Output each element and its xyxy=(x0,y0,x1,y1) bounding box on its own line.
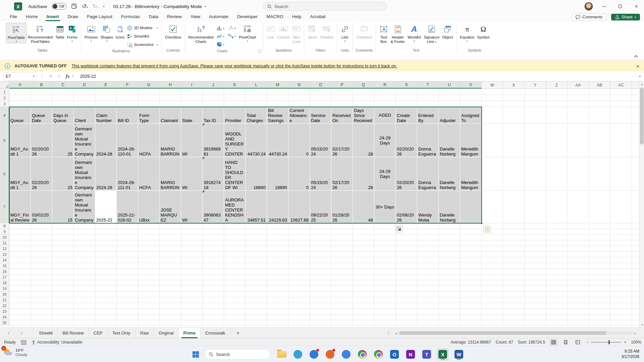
cell-D15[interactable] xyxy=(74,263,95,269)
cell-C17[interactable] xyxy=(52,275,74,280)
cell-AC5[interactable] xyxy=(610,124,632,157)
cell-P16[interactable] xyxy=(331,269,353,275)
cell-E7[interactable]: 2025-22 xyxy=(95,191,117,223)
zoom-slider[interactable] xyxy=(591,342,621,343)
cell-U4[interactable]: Adjuster xyxy=(439,107,460,124)
cell-A8[interactable] xyxy=(9,223,31,229)
cell-AC1[interactable] xyxy=(610,89,632,95)
cell-AB2[interactable] xyxy=(589,95,610,101)
cell-J23[interactable] xyxy=(203,309,224,314)
cell-A20[interactable] xyxy=(9,292,31,297)
cell-W22[interactable] xyxy=(482,303,503,309)
cell-J22[interactable] xyxy=(203,303,224,309)
cell-X24[interactable] xyxy=(503,314,525,320)
cell-S4[interactable]: Create Date xyxy=(396,107,417,124)
cell-D24[interactable] xyxy=(74,314,95,320)
cell-L1[interactable] xyxy=(246,89,267,95)
cell-E13[interactable] xyxy=(95,252,117,257)
cell-N5[interactable]: 0 xyxy=(288,124,310,157)
cell-H20[interactable] xyxy=(160,292,181,297)
signature-line-button[interactable]: SignatureLine ▾ xyxy=(422,23,441,44)
cell-P3[interactable] xyxy=(331,101,353,107)
cell-AA14[interactable] xyxy=(568,257,589,263)
cell-Z22[interactable] xyxy=(546,303,568,309)
cell-U22[interactable] xyxy=(439,303,460,309)
cell-T21[interactable] xyxy=(417,297,439,303)
cell-S2[interactable] xyxy=(396,95,417,101)
cell-N24[interactable] xyxy=(288,314,310,320)
cell-AA11[interactable] xyxy=(568,240,589,246)
cell-V18[interactable] xyxy=(460,280,482,286)
cell-I3[interactable] xyxy=(181,101,203,107)
cell-C2[interactable] xyxy=(52,95,74,101)
cell-F18[interactable] xyxy=(117,280,138,286)
cell-X21[interactable] xyxy=(503,297,525,303)
cell-E3[interactable] xyxy=(95,101,117,107)
cell-W15[interactable] xyxy=(482,263,503,269)
cell-P25[interactable] xyxy=(331,320,353,326)
cell-S20[interactable] xyxy=(396,292,417,297)
cell-U16[interactable] xyxy=(439,269,460,275)
outlook-classic-icon[interactable]: O xyxy=(388,348,400,360)
cell-N20[interactable] xyxy=(288,292,310,297)
cell-W17[interactable] xyxy=(482,275,503,280)
cell-M24[interactable] xyxy=(267,314,288,320)
system-clock[interactable]: 9:25 AM 3/17/2026 xyxy=(622,349,639,359)
cell-H3[interactable] xyxy=(160,101,181,107)
cell-M7[interactable]: 24229.83 xyxy=(267,191,288,223)
cell-M17[interactable] xyxy=(267,275,288,280)
cell-E18[interactable] xyxy=(95,280,117,286)
cell-G23[interactable] xyxy=(138,309,160,314)
cell-I5[interactable]: WI xyxy=(181,124,203,157)
cell-H18[interactable] xyxy=(160,280,181,286)
row-header-19[interactable]: 19 xyxy=(0,286,9,292)
cell-B14[interactable] xyxy=(31,257,52,263)
cell-J3[interactable] xyxy=(203,101,224,107)
cell-W6[interactable] xyxy=(482,157,503,191)
cell-F19[interactable] xyxy=(117,286,138,292)
cell-V6[interactable]: Meredith Mangum xyxy=(460,157,482,191)
cell-V2[interactable] xyxy=(460,95,482,101)
cell-M6[interactable]: 18690 xyxy=(267,157,288,191)
cell-AC18[interactable] xyxy=(610,280,632,286)
cell-X1[interactable] xyxy=(503,89,525,95)
cell-AA17[interactable] xyxy=(568,275,589,280)
cell-AA25[interactable] xyxy=(568,320,589,326)
cell-K12[interactable] xyxy=(224,246,246,252)
cell-Q3[interactable] xyxy=(353,101,374,107)
cell-Y7[interactable] xyxy=(525,191,546,223)
charts-dialog-launcher[interactable] xyxy=(258,49,262,53)
cell-Q22[interactable] xyxy=(353,303,374,309)
cell-R3[interactable] xyxy=(374,101,396,107)
cell-R12[interactable] xyxy=(374,246,396,252)
cell-H8[interactable] xyxy=(160,223,181,229)
cell-J12[interactable] xyxy=(203,246,224,252)
cell-AC23[interactable] xyxy=(610,309,632,314)
cell-B1[interactable] xyxy=(31,89,52,95)
cell-Y3[interactable] xyxy=(525,101,546,107)
cell-X8[interactable] xyxy=(503,223,525,229)
cell-K8[interactable] xyxy=(224,223,246,229)
macro-record-icon[interactable] xyxy=(21,340,26,345)
chrome-profile-2-icon[interactable] xyxy=(372,348,384,360)
cell-Y20[interactable] xyxy=(525,292,546,297)
cell-M8[interactable] xyxy=(267,223,288,229)
cell-T13[interactable] xyxy=(417,252,439,257)
edge-icon[interactable] xyxy=(292,348,304,360)
file-explorer-icon[interactable] xyxy=(276,348,288,360)
cell-Z20[interactable] xyxy=(546,292,568,297)
cell-N14[interactable] xyxy=(288,257,310,263)
sparkline-column-button[interactable]: Column xyxy=(276,23,291,40)
close-button[interactable]: × xyxy=(631,1,641,11)
cell-H25[interactable] xyxy=(160,320,181,326)
horizontal-scrollbar[interactable]: ◂ ▸ xyxy=(395,330,636,336)
cell-G20[interactable] xyxy=(138,292,160,297)
zoom-out-button[interactable]: − xyxy=(586,340,588,345)
expand-formula-bar-icon[interactable]: ▾ xyxy=(639,75,641,78)
cell-M16[interactable] xyxy=(267,269,288,275)
cell-K20[interactable] xyxy=(224,292,246,297)
ribbon-tab-home[interactable]: Home xyxy=(21,13,42,21)
cell-Q6[interactable]: 28 xyxy=(353,157,374,191)
cell-Q21[interactable] xyxy=(353,297,374,303)
cell-Q15[interactable] xyxy=(353,263,374,269)
